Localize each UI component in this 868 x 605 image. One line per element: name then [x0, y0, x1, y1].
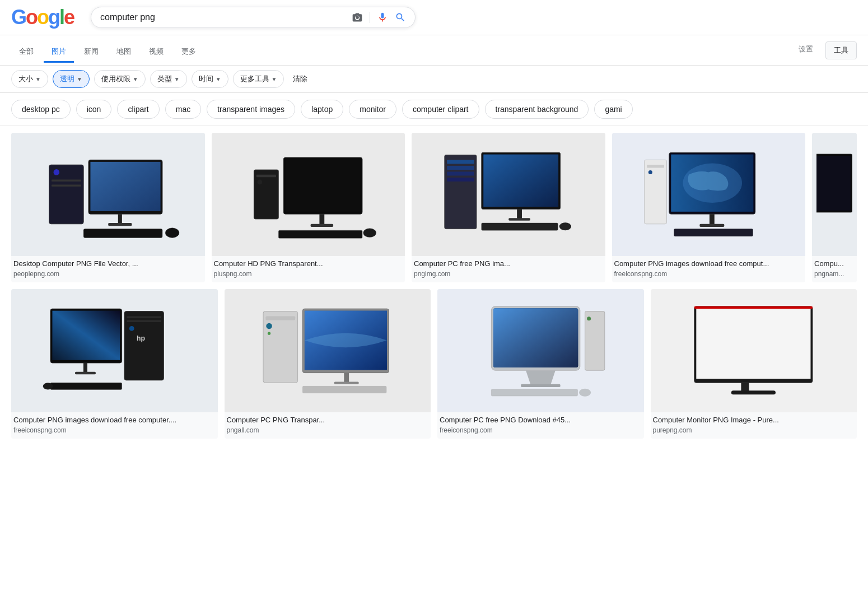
svg-point-1 — [53, 169, 59, 175]
svg-rect-78 — [741, 383, 749, 392]
svg-rect-18 — [278, 230, 362, 238]
tab-all[interactable]: 全部 — [11, 42, 41, 63]
image-grid: Desktop Computer PNG File Vector, ... pe… — [0, 126, 868, 445]
svg-rect-41 — [674, 229, 753, 236]
svg-rect-73 — [491, 389, 577, 396]
camera-search-icon[interactable] — [352, 12, 363, 23]
nav-tabs: 全部 图片 新闻 地图 视频 更多 — [11, 42, 791, 63]
image-card-6[interactable]: Computer PC free PNG Download #45... fre… — [437, 289, 644, 439]
svg-rect-30 — [481, 223, 557, 230]
svg-point-58 — [267, 323, 273, 329]
svg-rect-68 — [493, 308, 578, 367]
card-source-7: purepng.com — [653, 426, 855, 434]
svg-point-19 — [363, 229, 376, 238]
svg-point-74 — [579, 389, 591, 397]
svg-rect-63 — [344, 373, 349, 383]
logo-l: l — [59, 6, 64, 29]
svg-rect-36 — [645, 160, 667, 224]
filter-transparent[interactable]: 透明 ▼ — [53, 70, 90, 88]
related-chip-8[interactable]: transparent background — [485, 100, 589, 119]
card-info-5: Computer PC PNG Transpar... pngall.com — [225, 412, 431, 439]
filter-more-tools-label: 更多工具 — [240, 74, 269, 84]
svg-rect-9 — [83, 229, 162, 238]
card-info-6: Computer PC free PNG Download #45... fre… — [437, 412, 644, 439]
svg-rect-29 — [508, 218, 530, 220]
tab-maps[interactable]: 地图 — [109, 42, 139, 63]
image-card-7[interactable]: Computer Monitor PNG Image - Pure... pur… — [651, 289, 857, 439]
filter-transparent-label: 透明 — [60, 74, 74, 84]
svg-rect-65 — [303, 386, 387, 393]
tab-more[interactable]: 更多 — [174, 42, 204, 63]
filter-rights-caret: ▼ — [133, 76, 138, 82]
card-info-7: Computer Monitor PNG Image - Pure... pur… — [651, 412, 857, 439]
filter-more-tools[interactable]: 更多工具 ▼ — [233, 70, 284, 88]
google-logo[interactable]: Google — [11, 6, 74, 29]
clear-filter-button[interactable]: 清除 — [288, 71, 312, 87]
search-input[interactable] — [100, 12, 346, 22]
svg-rect-2 — [52, 180, 81, 182]
related-searches-bar: desktop pc icon clipart mac transparent … — [0, 93, 868, 126]
image-card-2[interactable]: Computer PC free PNG ima... pngimg.com — [412, 133, 605, 282]
filter-rights[interactable]: 使用权限 ▼ — [94, 70, 146, 88]
image-card-partial[interactable]: Compu... pngnam... — [812, 133, 857, 282]
tab-news[interactable]: 新闻 — [76, 42, 106, 63]
svg-rect-24 — [447, 178, 474, 182]
filter-size-caret: ▼ — [35, 76, 41, 82]
filter-type[interactable]: 类型 ▼ — [150, 70, 187, 88]
mic-icon[interactable] — [377, 12, 388, 23]
svg-rect-7 — [118, 214, 122, 224]
card-source-1: pluspng.com — [214, 270, 403, 278]
card-title-partial: Compu... — [814, 259, 855, 269]
svg-rect-52 — [83, 363, 87, 373]
tools-button[interactable]: 工具 — [825, 41, 857, 59]
related-chip-4[interactable]: transparent images — [207, 100, 295, 119]
logo-g: g — [48, 6, 59, 29]
image-card-3[interactable]: Computer PNG images download free comput… — [612, 133, 806, 282]
logo-o1: o — [26, 6, 37, 29]
svg-rect-76 — [697, 308, 811, 379]
card-title-6: Computer PC free PNG Download #45... — [440, 416, 642, 425]
svg-text:hp: hp — [137, 334, 146, 342]
svg-rect-12 — [256, 175, 276, 177]
related-chip-1[interactable]: icon — [76, 100, 112, 119]
image-card-1[interactable]: Computer HD PNG Transparent... pluspng.c… — [212, 133, 405, 282]
card-source-5: pngall.com — [227, 426, 429, 434]
svg-rect-77 — [694, 306, 813, 309]
filter-size[interactable]: 大小 ▼ — [11, 70, 48, 88]
related-chip-0[interactable]: desktop pc — [11, 100, 71, 119]
search-submit-icon[interactable] — [395, 12, 406, 23]
related-chip-6[interactable]: monitor — [349, 100, 396, 119]
svg-rect-64 — [334, 381, 359, 384]
search-separator — [370, 12, 370, 23]
card-info-3: Computer PNG images download free comput… — [612, 256, 806, 282]
svg-rect-53 — [75, 372, 96, 374]
filter-type-caret: ▼ — [174, 76, 180, 82]
svg-rect-3 — [52, 184, 81, 187]
card-source-partial: pngnam... — [814, 270, 855, 278]
related-chip-2[interactable]: clipart — [117, 100, 159, 119]
svg-rect-16 — [319, 214, 324, 225]
card-title-4: Computer PNG images download free comput… — [13, 416, 216, 425]
header: Google — [0, 0, 868, 35]
svg-rect-15 — [286, 160, 361, 212]
tab-images[interactable]: 图片 — [44, 42, 74, 63]
filter-time[interactable]: 时间 ▼ — [192, 70, 228, 88]
related-chip-3[interactable]: mac — [165, 100, 201, 119]
svg-point-38 — [648, 170, 652, 174]
svg-rect-40 — [699, 224, 724, 227]
filter-rights-label: 使用权限 — [101, 74, 130, 84]
svg-rect-22 — [447, 166, 474, 170]
image-card-4[interactable]: hp — [11, 289, 218, 439]
tab-videos[interactable]: 视频 — [141, 42, 171, 63]
logo-e: e — [64, 6, 74, 29]
svg-rect-79 — [731, 390, 776, 394]
search-box — [91, 7, 416, 28]
related-chip-7[interactable]: computer clipart — [402, 100, 479, 119]
related-chip-5[interactable]: laptop — [301, 100, 343, 119]
card-title-7: Computer Monitor PNG Image - Pure... — [653, 416, 855, 425]
image-card-0[interactable]: Desktop Computer PNG File Vector, ... pe… — [11, 133, 205, 282]
card-title-1: Computer HD PNG Transparent... — [214, 259, 403, 269]
settings-link[interactable]: 设置 — [791, 40, 821, 61]
image-card-5[interactable]: Computer PC PNG Transpar... pngall.com — [225, 289, 431, 439]
related-chip-9[interactable]: gami — [594, 100, 632, 119]
